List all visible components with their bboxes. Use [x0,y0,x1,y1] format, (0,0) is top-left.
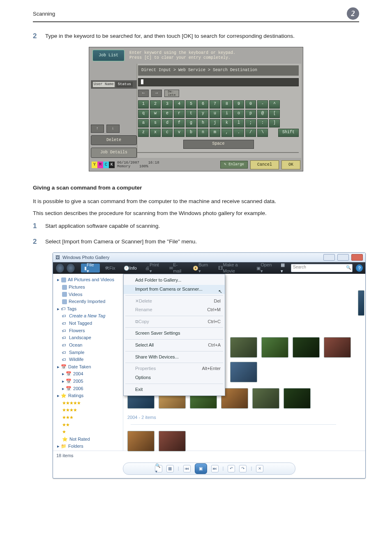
key[interactable]: : [257,119,268,127]
nav-tree[interactable]: ▸ All Pictures and Videos Pictures Video… [53,274,123,451]
key[interactable]: , [221,129,232,137]
key[interactable]: ] [269,119,280,127]
nav-back-button[interactable]: ← [138,90,149,97]
nav-forward-button[interactable] [66,263,75,273]
fix-button[interactable]: 🛠 Fix [101,264,119,273]
key[interactable]: ; [245,119,256,127]
sidebar-tabs[interactable]: User Name Status [91,80,137,89]
thumbnail[interactable] [324,337,351,358]
key[interactable]: l [233,119,244,127]
thumbnail[interactable] [230,362,257,382]
key[interactable]: q [138,110,149,118]
key[interactable]: d [162,119,173,127]
key[interactable]: ^ [269,100,280,109]
nav-fwd-button[interactable]: → [151,90,162,97]
close-button[interactable] [351,254,363,261]
shift-key[interactable]: Shift [278,129,299,137]
key[interactable]: m [210,129,220,137]
menu-item-screensaver[interactable]: Screen Saver Settings [124,329,225,338]
prev-button[interactable]: ⏮ [183,465,191,472]
open-button[interactable]: ▣ Open ▾ [253,264,277,273]
print-button[interactable]: 🖨 Print ▾ [142,264,164,273]
search-input[interactable]: Search [291,264,353,272]
delete-button[interactable]: Delete [91,135,137,145]
key[interactable]: \ [257,129,268,137]
key[interactable]: p [245,110,256,118]
key[interactable]: t [186,110,196,118]
menu-item-options[interactable]: Options [124,373,225,382]
menu-item-import[interactable]: Import from Camera or Scanner...↖ [124,285,225,294]
key[interactable]: @ [257,110,268,118]
key[interactable]: a [138,119,149,127]
info-button[interactable]: 🕘 Info [120,264,140,273]
thumbnail[interactable] [261,337,288,358]
rotate-right-button[interactable]: ↷ [239,465,247,472]
ok-button[interactable]: OK [281,160,300,169]
key[interactable]: 8 [221,100,232,109]
key[interactable]: o [233,110,244,118]
job-list-button[interactable]: Job List [92,50,125,61]
key[interactable]: h [198,119,208,127]
menu-item-share[interactable]: Share With Devices... [124,353,225,362]
menu-item-select-all[interactable]: Select AllCtrl+A [124,341,225,350]
key[interactable]: e [162,110,173,118]
make-movie-button[interactable]: 🎞 Make a Movie [215,264,251,273]
job-details-button[interactable]: Job Details [91,148,137,157]
menu-item-add-folder[interactable]: Add Folder to Gallery... [124,276,225,285]
key[interactable]: y [198,110,208,118]
nav-back-button[interactable] [55,263,65,273]
key[interactable]: i [221,110,232,118]
key[interactable]: b [186,129,196,137]
key[interactable]: k [221,119,232,127]
cancel-button[interactable]: Cancel [250,160,279,169]
nav-delete-button[interactable]: De- lete [164,90,179,97]
key[interactable]: v [174,129,184,137]
key[interactable]: f [174,119,184,127]
zoom-button[interactable]: 🔍▾ [155,465,162,472]
keyword-input[interactable] [138,78,299,86]
key[interactable]: . [233,129,244,137]
key[interactable]: r [174,110,184,118]
thumbnail[interactable] [293,337,320,358]
menu-item-exit[interactable]: Exit [124,385,225,394]
thumbnail[interactable] [127,431,154,451]
delete-button[interactable]: ✕ [256,465,263,472]
key[interactable]: n [198,129,208,137]
key[interactable]: u [210,110,220,118]
key[interactable]: g [186,119,196,127]
file-menu-button[interactable]: ▮ File ▾ [81,264,100,273]
page-up-button[interactable]: ↑ [91,125,104,133]
key[interactable]: 5 [186,100,196,109]
next-button[interactable]: ⏭ [211,465,219,472]
key[interactable]: 6 [198,100,208,109]
key[interactable]: 3 [162,100,173,109]
email-button[interactable]: ✉ E-mail [166,264,188,273]
rotate-left-button[interactable]: ↶ [228,465,235,472]
thumbnail[interactable] [230,337,257,358]
key[interactable]: j [210,119,220,127]
grid-button[interactable]: ▦ [166,465,174,472]
burn-button[interactable]: 📀 Burn ▾ [189,264,213,273]
key[interactable]: x [150,129,161,137]
key[interactable]: 9 [233,100,244,109]
key[interactable]: w [150,110,161,118]
key[interactable]: z [138,129,149,137]
key[interactable]: / [245,129,256,137]
key[interactable]: 2 [150,100,161,109]
play-button[interactable]: ▣ [195,463,207,474]
key[interactable]: 4 [174,100,184,109]
thumbnail[interactable] [159,431,186,451]
key[interactable]: [ [269,110,280,118]
thumbnail[interactable] [358,290,364,316]
key[interactable]: 0 [245,100,256,109]
maximize-button[interactable] [337,254,349,261]
key[interactable]: 1 [138,100,149,109]
enlarge-button[interactable]: ✎ Enlarge [220,161,248,169]
space-key[interactable]: Space [183,140,254,149]
page-down-button[interactable]: ↓ [106,125,120,133]
minimize-button[interactable] [323,254,335,261]
key[interactable]: 7 [210,100,220,109]
thumbnail[interactable] [252,388,279,409]
key[interactable]: - [257,100,268,109]
thumbnail[interactable] [284,388,311,409]
